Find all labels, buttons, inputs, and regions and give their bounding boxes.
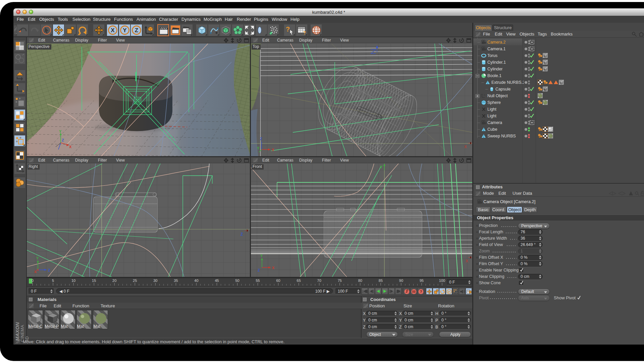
svg-text:60: 60 — [276, 279, 280, 283]
svg-text:85: 85 — [379, 279, 383, 283]
svg-text:70: 70 — [317, 279, 321, 283]
svg-text:X: X — [272, 148, 274, 152]
svg-text:Z: Z — [258, 268, 260, 272]
svg-text:5: 5 — [52, 279, 54, 283]
svg-text:X: X — [111, 27, 115, 34]
svg-text:Y: Y — [36, 256, 39, 260]
svg-text:0: 0 — [484, 94, 485, 97]
svg-text:?: ? — [420, 290, 422, 294]
svg-text:Y: Y — [260, 254, 263, 258]
svg-text:45: 45 — [215, 279, 219, 283]
svg-text:X: X — [466, 259, 468, 263]
svg-text:X: X — [34, 270, 37, 274]
svg-text:X: X — [69, 145, 72, 149]
svg-text:Z: Z — [135, 27, 138, 34]
svg-text:50: 50 — [235, 279, 239, 283]
svg-text:P: P — [448, 290, 450, 294]
svg-text:55: 55 — [256, 279, 260, 283]
svg-text:Y: Y — [380, 165, 383, 169]
svg-text:30: 30 — [153, 279, 157, 283]
svg-text:100: 100 — [439, 279, 445, 283]
svg-text:20: 20 — [112, 279, 116, 283]
svg-text:40: 40 — [194, 279, 198, 283]
svg-text:75: 75 — [338, 279, 342, 283]
svg-text:X: X — [272, 266, 275, 270]
svg-text:65: 65 — [297, 279, 301, 283]
svg-text:Z: Z — [62, 138, 64, 142]
svg-text:Y: Y — [123, 27, 127, 34]
svg-text:Y: Y — [59, 129, 62, 133]
svg-text:35: 35 — [174, 279, 178, 283]
svg-text:10: 10 — [71, 279, 75, 283]
svg-text:Z: Z — [48, 268, 50, 272]
svg-text:Z: Z — [240, 232, 243, 237]
svg-text:80: 80 — [358, 279, 362, 283]
svg-text:?: ? — [286, 25, 290, 33]
svg-text:X: X — [464, 144, 467, 149]
svg-text:Y: Y — [257, 146, 260, 150]
svg-text:?: ? — [303, 30, 306, 36]
svg-text:0: 0 — [32, 279, 34, 283]
svg-text:15: 15 — [92, 279, 96, 283]
svg-text:90: 90 — [399, 279, 403, 283]
svg-text:Z: Z — [260, 137, 262, 141]
svg-text:95: 95 — [420, 279, 424, 283]
svg-text:25: 25 — [133, 279, 137, 283]
